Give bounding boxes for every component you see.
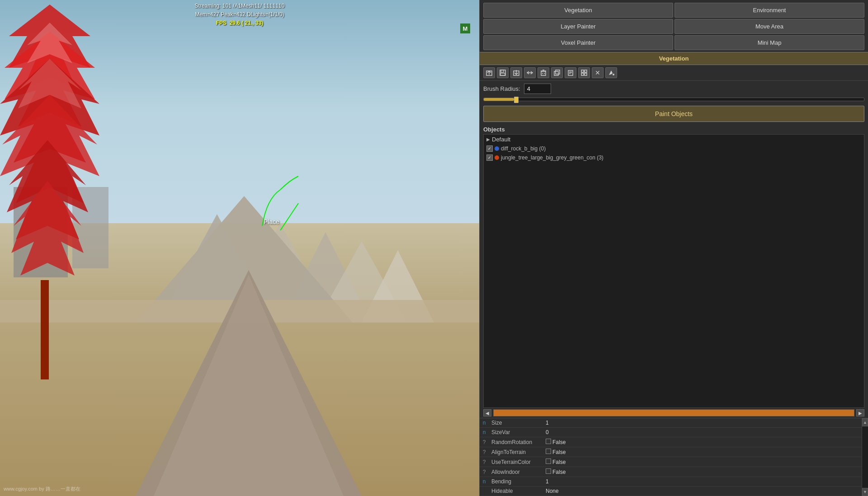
watermark: www.cgjoy.com by 路……一直都在 (4, 486, 80, 492)
default-group-label: Default (492, 136, 510, 143)
svg-rect-11 (41, 280, 49, 379)
props-scroll-bar: ▲ ▼ (862, 418, 868, 496)
objects-section-label: Objects (480, 124, 868, 134)
green-cursor (253, 172, 307, 230)
hud-info: Streaming: 101 /A1Mesh11/ 1111110 Mem=42… (193, 0, 287, 30)
props-scroll-track (862, 426, 868, 488)
fill-icon-btn[interactable] (605, 67, 617, 78)
prop-key-7: Hideable (489, 487, 543, 496)
paint-objects-button[interactable]: Paint Objects (483, 106, 864, 122)
prop-checkbox-2[interactable] (546, 439, 551, 444)
brush-radius-label: Brush Radius: (483, 85, 520, 92)
vegetation-header: Vegetation (480, 52, 868, 65)
prop-value-0[interactable]: 1 (543, 418, 862, 428)
obj-checkbox-1[interactable]: ✓ (486, 154, 493, 161)
hud-fps: FPS 29.6 ( 21., 33) (195, 19, 285, 28)
brush-radius-row: Brush Radius: (480, 81, 868, 97)
brush-slider-track[interactable] (483, 98, 864, 101)
fps-label: FPS (216, 20, 226, 26)
svg-marker-10 (154, 275, 344, 496)
props-row-1: nSizeVar0 (480, 428, 862, 437)
svg-rect-39 (581, 70, 584, 72)
brush-slider-thumb[interactable] (514, 97, 519, 103)
props-row-3: ?AlignToTerrainFalse (480, 447, 862, 457)
delete-icon-btn[interactable] (538, 67, 549, 78)
brush-radius-input[interactable] (524, 84, 551, 94)
copy-icon-btn[interactable] (551, 67, 563, 78)
environment-button[interactable]: Environment (675, 3, 864, 18)
props-row-4: ?UseTerrainColorFalse (480, 457, 862, 467)
save-icon-btn[interactable] (497, 67, 509, 78)
objects-scroll-track[interactable] (493, 409, 854, 416)
group-arrow-icon: ▶ (486, 137, 490, 142)
obj-color-0 (495, 146, 499, 151)
prop-key-4: UseTerrainColor (489, 457, 543, 467)
prop-key-0: Size (489, 418, 543, 428)
clear-icon-btn[interactable]: ✕ (592, 67, 604, 78)
object-item-1[interactable]: ✓ jungle_tree_large_big_grey_green_con (… (484, 153, 864, 162)
objects-scroll-bar: ◀ ▶ (480, 408, 868, 418)
prop-key-6: Bending (489, 477, 543, 487)
prop-type-0: n (480, 418, 489, 428)
properties-container: nSize1nSizeVar0?RandomRotationFalse?Alig… (480, 418, 868, 496)
hud-line1: Streaming: 101 /A1Mesh11/ 1111110 (195, 2, 285, 10)
paste-icon-btn[interactable] (565, 67, 576, 78)
prop-value-1[interactable]: 0 (543, 428, 862, 437)
viewport[interactable]: Streaming: 101 /A1Mesh11/ 1111110 Mem=42… (0, 0, 479, 496)
export-icon-btn[interactable] (510, 67, 522, 78)
fps-value: 29.6 ( 21., 33) (230, 20, 264, 26)
right-panel: Vegetation Environment Layer Painter Mov… (479, 0, 868, 496)
vegetation-icon-toolbar: ✕ (480, 65, 868, 81)
svg-rect-33 (554, 71, 558, 75)
prop-key-5: AllowIndoor (489, 467, 543, 477)
brush-slider-fill (484, 98, 514, 101)
hud-line2: Mem=427 Peak=432 DLights=(1/1/0) (195, 10, 285, 19)
hud-m-button[interactable]: M (460, 23, 470, 33)
prop-type-5: ? (480, 467, 489, 477)
move-area-button[interactable]: Move Area (675, 19, 864, 34)
props-row-2: ?RandomRotationFalse (480, 437, 862, 447)
props-scroll-up[interactable]: ▲ (862, 418, 868, 426)
distribute-icon-btn[interactable] (578, 67, 590, 78)
prop-value-4: False (543, 457, 862, 467)
object-item-0[interactable]: ✓ diff_rock_b_big (0) (484, 144, 864, 153)
layer-painter-button[interactable]: Layer Painter (483, 19, 673, 34)
prop-value-3: False (543, 447, 862, 457)
svg-rect-40 (585, 70, 587, 72)
prop-type-4: ? (480, 457, 489, 467)
prop-type-1: n (480, 428, 489, 437)
prop-checkbox-5[interactable] (546, 468, 551, 474)
svg-point-43 (613, 74, 614, 75)
prop-checkbox-4[interactable] (546, 459, 551, 464)
prop-type-3: ? (480, 447, 489, 457)
prop-value-7: None (543, 487, 862, 496)
props-row-7: HideableNone (480, 487, 862, 496)
objects-scroll-right[interactable]: ▶ (856, 409, 864, 416)
obj-color-1 (495, 155, 499, 160)
obj-checkbox-0[interactable]: ✓ (486, 145, 493, 152)
red-tree (0, 0, 99, 384)
props-scroll-down[interactable]: ▼ (862, 488, 868, 496)
prop-value-6[interactable]: 1 (543, 477, 862, 487)
properties-inner: nSize1nSizeVar0?RandomRotationFalse?Alig… (480, 418, 862, 496)
svg-rect-42 (585, 73, 587, 75)
prop-type-6: n (480, 477, 489, 487)
objects-scroll-thumb (494, 410, 854, 416)
objects-scroll-left[interactable]: ◀ (483, 409, 491, 416)
mini-map-button[interactable]: Mini Map (675, 35, 864, 50)
prop-key-2: RandomRotation (489, 437, 543, 447)
vegetation-button[interactable]: Vegetation (483, 3, 673, 18)
props-row-5: ?AllowIndoorFalse (480, 467, 862, 477)
obj-name-0: diff_rock_b_big (0) (501, 145, 546, 152)
svg-rect-41 (581, 73, 584, 75)
props-row-6: nBending1 (480, 477, 862, 487)
voxel-painter-button[interactable]: Voxel Painter (483, 35, 673, 50)
prop-checkbox-3[interactable] (546, 449, 551, 454)
merge-icon-btn[interactable] (524, 67, 536, 78)
place-label: Place (264, 218, 279, 225)
default-group[interactable]: ▶ Default (484, 135, 864, 144)
prop-value-5: False (543, 467, 862, 477)
load-icon-btn[interactable] (483, 67, 495, 78)
prop-type-2: ? (480, 437, 489, 447)
prop-type-7 (480, 487, 489, 496)
